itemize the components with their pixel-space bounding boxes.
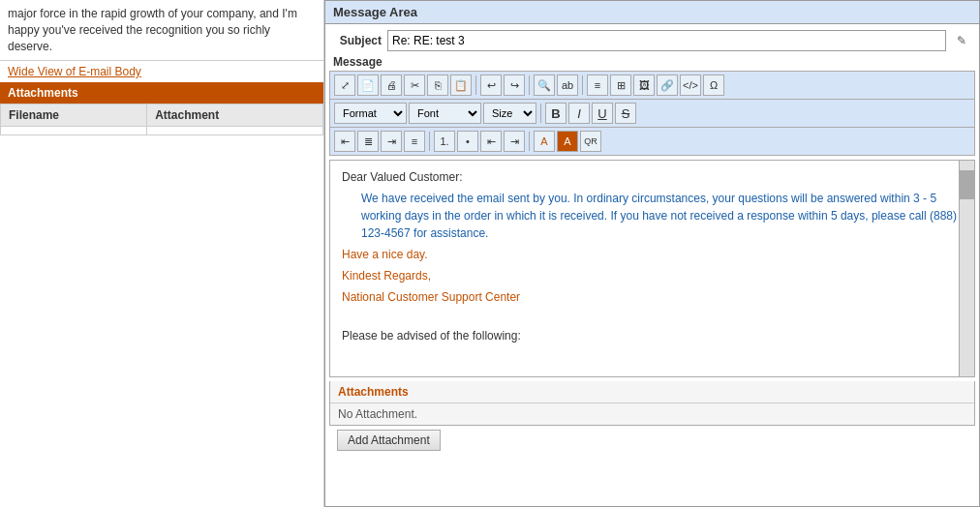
body1-line: We have received the email sent by you. … xyxy=(342,190,963,242)
wide-view-link[interactable]: Wide View of E-mail Body xyxy=(0,61,323,80)
redo-btn[interactable]: ↪ xyxy=(504,75,525,96)
font-dropdown[interactable]: Font Arial Times New Roman Courier xyxy=(409,103,481,124)
bold-btn[interactable]: B xyxy=(545,103,567,124)
add-attachment-button[interactable]: Add Attachment xyxy=(337,430,441,451)
message-area-header: Message Area xyxy=(325,1,979,24)
no-attachment-text: No Attachment. xyxy=(330,403,974,425)
attachment-col-header: Attachment xyxy=(147,104,323,127)
body2-line: Have a nice day. xyxy=(342,246,963,263)
editor-attachments-section: Attachments No Attachment. xyxy=(329,381,975,426)
left-attachments-section: Attachments Filename Attachment xyxy=(0,82,323,135)
email-body-preview: major force in the rapid growth of your … xyxy=(0,0,323,61)
attachment-row xyxy=(1,127,323,135)
align-right-btn[interactable]: ⇥ xyxy=(381,131,402,152)
right-panel: Message Area Subject ✎ Message ⤢ 📄 🖨 ✂ ⎘… xyxy=(324,0,980,507)
size-dropdown[interactable]: Size 8 10 12 14 xyxy=(483,103,536,124)
greeting-line: Dear Valued Customer: xyxy=(342,168,963,186)
paste-btn[interactable]: 📋 xyxy=(450,75,472,96)
separator5 xyxy=(429,132,430,151)
left-attachments-header: Attachments xyxy=(0,82,323,104)
font-color-btn[interactable]: A xyxy=(534,131,555,152)
link-btn[interactable]: 🔗 xyxy=(657,75,678,96)
bg-color-btn[interactable]: A xyxy=(557,131,578,152)
search-btn[interactable]: 🔍 xyxy=(534,75,555,96)
email-body-text: major force in the rapid growth of your … xyxy=(8,7,297,53)
ordered-list-btn[interactable]: 1. xyxy=(434,131,455,152)
strikethrough-btn[interactable]: S xyxy=(615,103,636,124)
new-btn[interactable]: 📄 xyxy=(357,75,379,96)
subject-row: Subject ✎ xyxy=(325,24,979,55)
separator3 xyxy=(582,75,583,95)
print-btn[interactable]: 🖨 xyxy=(381,75,402,96)
increase-indent-btn[interactable]: ⇥ xyxy=(504,131,525,152)
editor-toolbar: ⤢ 📄 🖨 ✂ ⎘ 📋 ↩ ↪ 🔍 ab ≡ ⊞ 🖼 🔗 </> Ω Forma… xyxy=(329,71,975,156)
add-attachment-container: Add Attachment xyxy=(325,426,979,461)
body5-line: Please be advised of the following: xyxy=(342,327,963,344)
unordered-list-btn[interactable]: • xyxy=(457,131,478,152)
source-btn[interactable]: </> xyxy=(680,75,701,96)
message-label: Message xyxy=(325,55,979,71)
body4-line: National Customer Support Center xyxy=(342,288,963,306)
decrease-indent-btn[interactable]: ⇤ xyxy=(480,131,502,152)
replace-btn[interactable]: ab xyxy=(557,75,578,96)
align-left-btn[interactable]: ⇤ xyxy=(334,131,355,152)
toolbar-row1: ⤢ 📄 🖨 ✂ ⎘ 📋 ↩ ↪ 🔍 ab ≡ ⊞ 🖼 🔗 </> Ω xyxy=(330,72,974,100)
filename-col-header: Filename xyxy=(1,104,147,127)
separator6 xyxy=(529,132,530,151)
subject-input[interactable] xyxy=(387,30,946,51)
toolbar-row2: Format Paragraph Heading 1 Heading 2 Fon… xyxy=(330,100,974,128)
align-justify-btn[interactable]: ≡ xyxy=(404,131,425,152)
left-panel: major force in the rapid growth of your … xyxy=(0,0,324,507)
toolbar-row3: ⇤ ≣ ⇥ ≡ 1. • ⇤ ⇥ A A QR xyxy=(330,128,974,155)
subject-label: Subject xyxy=(333,34,382,47)
underline-btn[interactable]: U xyxy=(592,103,613,124)
subject-action-icon[interactable]: ✎ xyxy=(952,31,971,50)
special-btn2[interactable]: QR xyxy=(580,131,601,152)
scrollbar-thumb xyxy=(960,170,974,199)
editor-scrollbar[interactable] xyxy=(959,161,974,376)
separator4 xyxy=(540,104,541,123)
cut-btn[interactable]: ✂ xyxy=(404,75,425,96)
attachments-table: Filename Attachment xyxy=(0,104,323,135)
separator2 xyxy=(529,75,530,95)
expand-btn[interactable]: ⤢ xyxy=(334,75,355,96)
undo-btn[interactable]: ↩ xyxy=(480,75,502,96)
table-btn[interactable]: ⊞ xyxy=(610,75,631,96)
attachment-cell xyxy=(147,127,323,135)
italic-btn[interactable]: I xyxy=(568,103,590,124)
special-char-btn[interactable]: Ω xyxy=(703,75,724,96)
align-left-top-btn[interactable]: ≡ xyxy=(587,75,608,96)
body3-line: Kindest Regards, xyxy=(342,267,963,284)
editor-attachments-header: Attachments xyxy=(330,381,974,403)
editor-content[interactable]: Dear Valued Customer: We have received t… xyxy=(330,161,974,376)
align-center-btn[interactable]: ≣ xyxy=(357,131,379,152)
filename-cell xyxy=(1,127,147,135)
format-dropdown[interactable]: Format Paragraph Heading 1 Heading 2 xyxy=(334,103,407,124)
editor-wrapper: Dear Valued Customer: We have received t… xyxy=(329,160,975,377)
image-btn[interactable]: 🖼 xyxy=(633,75,655,96)
separator1 xyxy=(475,75,476,95)
copy-btn[interactable]: ⎘ xyxy=(427,75,448,96)
